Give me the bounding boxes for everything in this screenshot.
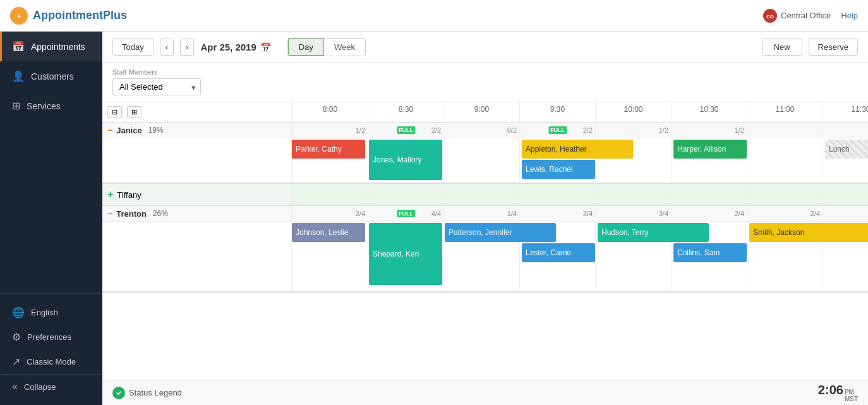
- calendar-icon[interactable]: 📅: [260, 42, 271, 52]
- janice-cap-cells: 1/2 FULL2/2 0/2 FULL2/2 1/2 1/2: [292, 125, 868, 135]
- help-link[interactable]: Help: [841, 11, 858, 20]
- tiffany-cell-5: [671, 184, 747, 205]
- tiffany-row: + Tiffany: [102, 184, 868, 206]
- appt-jones-mallory[interactable]: Jones, Mallory: [369, 140, 442, 180]
- tiffany-cell-4: [595, 184, 671, 205]
- sidebar-item-label-customers: Customers: [31, 71, 74, 82]
- reserve-button[interactable]: Reserve: [809, 39, 858, 56]
- sidebar-item-collapse[interactable]: « Collapse: [0, 374, 102, 399]
- collapse-view-btn[interactable]: ⊟: [107, 106, 122, 118]
- services-icon: ⊞: [12, 100, 20, 112]
- janice-appt-stub: [102, 138, 292, 183]
- appt-hudson-terry[interactable]: Hudson, Terry: [598, 223, 709, 242]
- staff-select[interactable]: All Selected: [112, 78, 201, 95]
- new-button[interactable]: New: [762, 39, 802, 56]
- sidebar-item-label-services: Services: [27, 101, 61, 111]
- tiffany-cell-1: [368, 184, 443, 205]
- sidebar-nav: 📅 Appointments 👤 Customers ⊞ Services: [0, 32, 102, 293]
- customers-icon: 👤: [12, 70, 25, 82]
- appt-johnson-leslie[interactable]: Johnson, Leslie: [292, 223, 365, 242]
- tiffany-stub: + Tiffany: [102, 184, 292, 205]
- status-bar: Status Legend 2:06 PM MST: [102, 380, 868, 405]
- trenton-toggle[interactable]: −: [107, 209, 112, 219]
- staff-select-wrap: All Selected: [112, 78, 201, 95]
- tiffany-add-icon[interactable]: +: [107, 189, 113, 200]
- prev-button[interactable]: ‹: [160, 39, 174, 56]
- trenton-cap-0: 2/4: [292, 209, 368, 219]
- svg-text:CO: CO: [766, 13, 774, 19]
- janice-cap-3: FULL2/2: [519, 125, 595, 135]
- sidebar-item-classic-mode[interactable]: ↗ Classic Mode: [0, 349, 102, 374]
- status-legend-label: Status Legend: [129, 388, 182, 397]
- appt-collins-sam[interactable]: Collins, Sam: [673, 243, 747, 262]
- english-icon: 🌐: [12, 306, 25, 318]
- sidebar-item-services[interactable]: ⊞ Services: [0, 91, 102, 121]
- trenton-cap-cells: 2/4 FULL4/4 1/4 3/4 3/4 2/4 2/4 2/4: [292, 209, 868, 219]
- sidebar-item-english[interactable]: 🌐 English: [0, 300, 102, 325]
- view-toggle: Day Week: [287, 38, 366, 56]
- appointments-icon: 📅: [12, 40, 25, 52]
- central-office-label: Central Office: [781, 11, 831, 20]
- calendar-area[interactable]: ⊟ ⊞ 8:00 8:30 9:00 9:30 10:00 10:30 11:0…: [102, 102, 868, 380]
- collapse-icon: «: [12, 381, 18, 392]
- day-view-button[interactable]: Day: [288, 39, 324, 56]
- time-slot-830: 8:30: [368, 102, 443, 122]
- janice-cap-4: 1/2: [595, 125, 671, 135]
- janice-cap-1: FULL2/2: [368, 125, 443, 135]
- trenton-cap-1: FULL4/4: [368, 209, 443, 219]
- staff-section-janice: − Janice 19% 1/2 FULL2/2 0/2 FULL2/2 1/2…: [102, 123, 868, 184]
- tiffany-cell-0: [292, 184, 368, 205]
- logo-text: AppointmentPlus: [33, 9, 127, 22]
- sidebar-item-label-classic-mode: Classic Mode: [27, 357, 76, 366]
- expand-view-btn[interactable]: ⊞: [127, 106, 142, 118]
- sidebar-item-preferences[interactable]: ⚙ Preferences: [0, 325, 102, 349]
- trenton-cap-4: 3/4: [595, 209, 671, 219]
- central-office[interactable]: CO Central Office: [763, 9, 831, 23]
- classic-mode-icon: ↗: [12, 356, 20, 368]
- next-button[interactable]: ›: [180, 39, 194, 56]
- clock-pm: PM: [845, 389, 858, 396]
- sidebar-bottom: 🌐 English ⚙ Preferences ↗ Classic Mode «…: [0, 293, 102, 405]
- trenton-header-stub: − Trenton 26%: [102, 206, 292, 221]
- staff-header-janice: − Janice 19% 1/2 FULL2/2 0/2 FULL2/2 1/2…: [102, 123, 868, 138]
- tiffany-cell-3: [519, 184, 595, 205]
- appt-patterson-jennifer[interactable]: Patterson, Jennifer: [445, 223, 556, 242]
- appt-smith-jackson[interactable]: Smith, Jackson: [749, 223, 868, 242]
- trenton-pct: 26%: [153, 209, 168, 218]
- clock-time: 2:06: [818, 383, 843, 397]
- appt-lester-carrie[interactable]: Lester, Carrie: [522, 243, 595, 262]
- sidebar-item-label-appointments: Appointments: [31, 42, 85, 52]
- trenton-cap-5: 2/4: [671, 209, 747, 219]
- staff-header-trenton: − Trenton 26% 2/4 FULL4/4 1/4 3/4 3/4 2/…: [102, 206, 868, 222]
- appt-lewis-rachel[interactable]: Lewis, Rachel: [522, 160, 595, 179]
- time-slots: 8:00 8:30 9:00 9:30 10:00 10:30 11:00 11…: [292, 102, 868, 122]
- janice-cap-5: 1/2: [671, 125, 747, 135]
- trenton-name: Trenton: [116, 209, 147, 219]
- sidebar-item-label-english: English: [31, 308, 58, 317]
- time-slot-1000: 10:00: [595, 102, 671, 122]
- appt-shepard-ken[interactable]: Shepard, Ken: [369, 223, 442, 285]
- janice-cap-2: 0/2: [443, 125, 519, 135]
- appt-parker-cathy[interactable]: Parker, Cathy: [292, 140, 365, 159]
- janice-pct: 19%: [148, 126, 164, 135]
- svg-text:+: +: [17, 12, 21, 20]
- sidebar-item-appointments[interactable]: 📅 Appointments: [0, 32, 102, 61]
- janice-appt-row: Parker, Cathy Jones, Mallory Appleton, H…: [102, 138, 868, 183]
- week-view-button[interactable]: Week: [324, 39, 365, 56]
- time-header-stub: ⊟ ⊞: [102, 102, 292, 122]
- toolbar: Today ‹ › Apr 25, 2019 📅 Day Week New Re…: [102, 32, 868, 63]
- appt-janice-lunch[interactable]: Lunch: [825, 140, 868, 159]
- appt-appleton-heather[interactable]: Appleton, Heather: [522, 140, 633, 159]
- sidebar-item-customers[interactable]: 👤 Customers: [0, 61, 102, 91]
- time-slot-930: 9:30: [519, 102, 595, 122]
- janice-toggle[interactable]: −: [107, 125, 112, 135]
- today-button[interactable]: Today: [112, 39, 154, 56]
- status-legend[interactable]: Status Legend: [112, 387, 182, 399]
- janice-cap-7: [823, 125, 868, 135]
- tiffany-cell-7: [823, 184, 868, 205]
- time-slot-1130: 11:30: [823, 102, 868, 122]
- tiffany-cell-2: [443, 184, 519, 205]
- appt-harper-allison[interactable]: Harper, Allison: [673, 140, 747, 159]
- logo-icon: +: [10, 7, 28, 25]
- clock-ampm: PM MST: [845, 389, 858, 402]
